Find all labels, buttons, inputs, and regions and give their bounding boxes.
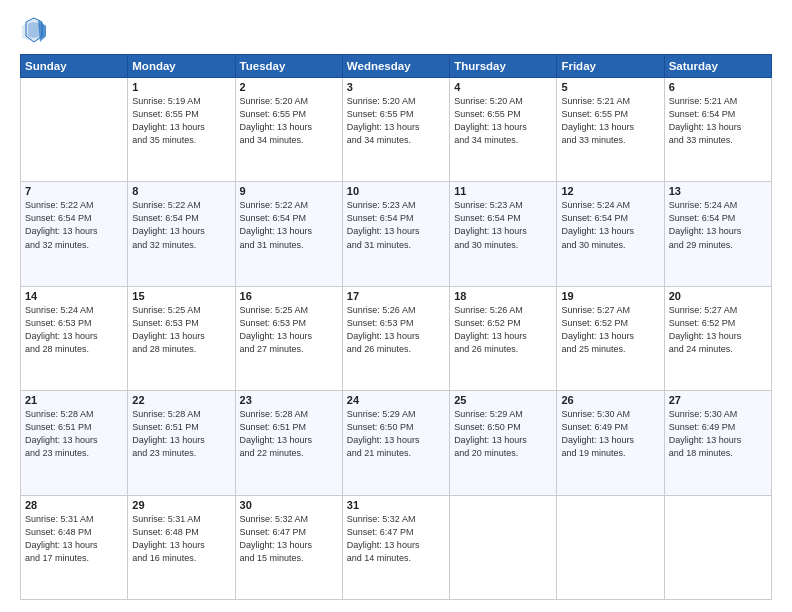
- calendar-cell: [450, 495, 557, 599]
- calendar-cell: 5Sunrise: 5:21 AM Sunset: 6:55 PM Daylig…: [557, 78, 664, 182]
- cell-info: Sunrise: 5:20 AM Sunset: 6:55 PM Dayligh…: [454, 95, 552, 147]
- calendar-cell: 18Sunrise: 5:26 AM Sunset: 6:52 PM Dayli…: [450, 286, 557, 390]
- cell-day-number: 29: [132, 499, 230, 511]
- cell-info: Sunrise: 5:32 AM Sunset: 6:47 PM Dayligh…: [347, 513, 445, 565]
- calendar-header-wednesday: Wednesday: [342, 55, 449, 78]
- calendar-header-saturday: Saturday: [664, 55, 771, 78]
- calendar-cell: 29Sunrise: 5:31 AM Sunset: 6:48 PM Dayli…: [128, 495, 235, 599]
- logo: [20, 16, 52, 44]
- cell-info: Sunrise: 5:27 AM Sunset: 6:52 PM Dayligh…: [669, 304, 767, 356]
- cell-info: Sunrise: 5:24 AM Sunset: 6:54 PM Dayligh…: [561, 199, 659, 251]
- calendar-header-thursday: Thursday: [450, 55, 557, 78]
- calendar-cell: [557, 495, 664, 599]
- cell-day-number: 8: [132, 185, 230, 197]
- calendar-cell: 22Sunrise: 5:28 AM Sunset: 6:51 PM Dayli…: [128, 391, 235, 495]
- cell-day-number: 23: [240, 394, 338, 406]
- logo-icon: [20, 16, 48, 44]
- cell-day-number: 15: [132, 290, 230, 302]
- cell-day-number: 17: [347, 290, 445, 302]
- cell-info: Sunrise: 5:29 AM Sunset: 6:50 PM Dayligh…: [454, 408, 552, 460]
- cell-day-number: 26: [561, 394, 659, 406]
- cell-day-number: 6: [669, 81, 767, 93]
- calendar-week-3: 14Sunrise: 5:24 AM Sunset: 6:53 PM Dayli…: [21, 286, 772, 390]
- cell-info: Sunrise: 5:22 AM Sunset: 6:54 PM Dayligh…: [25, 199, 123, 251]
- cell-info: Sunrise: 5:28 AM Sunset: 6:51 PM Dayligh…: [240, 408, 338, 460]
- cell-day-number: 1: [132, 81, 230, 93]
- cell-info: Sunrise: 5:21 AM Sunset: 6:54 PM Dayligh…: [669, 95, 767, 147]
- calendar-cell: 21Sunrise: 5:28 AM Sunset: 6:51 PM Dayli…: [21, 391, 128, 495]
- calendar-header-row: SundayMondayTuesdayWednesdayThursdayFrid…: [21, 55, 772, 78]
- calendar-table: SundayMondayTuesdayWednesdayThursdayFrid…: [20, 54, 772, 600]
- calendar-cell: 3Sunrise: 5:20 AM Sunset: 6:55 PM Daylig…: [342, 78, 449, 182]
- cell-day-number: 9: [240, 185, 338, 197]
- cell-day-number: 2: [240, 81, 338, 93]
- cell-day-number: 25: [454, 394, 552, 406]
- calendar-cell: 13Sunrise: 5:24 AM Sunset: 6:54 PM Dayli…: [664, 182, 771, 286]
- cell-day-number: 19: [561, 290, 659, 302]
- calendar-cell: 30Sunrise: 5:32 AM Sunset: 6:47 PM Dayli…: [235, 495, 342, 599]
- cell-info: Sunrise: 5:22 AM Sunset: 6:54 PM Dayligh…: [132, 199, 230, 251]
- calendar-cell: [21, 78, 128, 182]
- cell-info: Sunrise: 5:20 AM Sunset: 6:55 PM Dayligh…: [240, 95, 338, 147]
- cell-info: Sunrise: 5:25 AM Sunset: 6:53 PM Dayligh…: [132, 304, 230, 356]
- calendar-cell: 10Sunrise: 5:23 AM Sunset: 6:54 PM Dayli…: [342, 182, 449, 286]
- cell-info: Sunrise: 5:30 AM Sunset: 6:49 PM Dayligh…: [561, 408, 659, 460]
- calendar-cell: 7Sunrise: 5:22 AM Sunset: 6:54 PM Daylig…: [21, 182, 128, 286]
- page: SundayMondayTuesdayWednesdayThursdayFrid…: [0, 0, 792, 612]
- calendar-week-5: 28Sunrise: 5:31 AM Sunset: 6:48 PM Dayli…: [21, 495, 772, 599]
- calendar-cell: 11Sunrise: 5:23 AM Sunset: 6:54 PM Dayli…: [450, 182, 557, 286]
- cell-info: Sunrise: 5:24 AM Sunset: 6:54 PM Dayligh…: [669, 199, 767, 251]
- cell-day-number: 4: [454, 81, 552, 93]
- calendar-week-1: 1Sunrise: 5:19 AM Sunset: 6:55 PM Daylig…: [21, 78, 772, 182]
- calendar-cell: [664, 495, 771, 599]
- calendar-cell: 2Sunrise: 5:20 AM Sunset: 6:55 PM Daylig…: [235, 78, 342, 182]
- calendar-cell: 20Sunrise: 5:27 AM Sunset: 6:52 PM Dayli…: [664, 286, 771, 390]
- cell-day-number: 10: [347, 185, 445, 197]
- cell-day-number: 16: [240, 290, 338, 302]
- calendar-week-4: 21Sunrise: 5:28 AM Sunset: 6:51 PM Dayli…: [21, 391, 772, 495]
- calendar-cell: 1Sunrise: 5:19 AM Sunset: 6:55 PM Daylig…: [128, 78, 235, 182]
- calendar-cell: 19Sunrise: 5:27 AM Sunset: 6:52 PM Dayli…: [557, 286, 664, 390]
- cell-info: Sunrise: 5:20 AM Sunset: 6:55 PM Dayligh…: [347, 95, 445, 147]
- cell-day-number: 12: [561, 185, 659, 197]
- calendar-header-tuesday: Tuesday: [235, 55, 342, 78]
- cell-info: Sunrise: 5:30 AM Sunset: 6:49 PM Dayligh…: [669, 408, 767, 460]
- cell-info: Sunrise: 5:25 AM Sunset: 6:53 PM Dayligh…: [240, 304, 338, 356]
- calendar-cell: 23Sunrise: 5:28 AM Sunset: 6:51 PM Dayli…: [235, 391, 342, 495]
- calendar-cell: 15Sunrise: 5:25 AM Sunset: 6:53 PM Dayli…: [128, 286, 235, 390]
- calendar-cell: 27Sunrise: 5:30 AM Sunset: 6:49 PM Dayli…: [664, 391, 771, 495]
- calendar-cell: 14Sunrise: 5:24 AM Sunset: 6:53 PM Dayli…: [21, 286, 128, 390]
- cell-day-number: 11: [454, 185, 552, 197]
- cell-day-number: 18: [454, 290, 552, 302]
- calendar-header-sunday: Sunday: [21, 55, 128, 78]
- cell-info: Sunrise: 5:19 AM Sunset: 6:55 PM Dayligh…: [132, 95, 230, 147]
- cell-info: Sunrise: 5:21 AM Sunset: 6:55 PM Dayligh…: [561, 95, 659, 147]
- cell-info: Sunrise: 5:28 AM Sunset: 6:51 PM Dayligh…: [132, 408, 230, 460]
- cell-info: Sunrise: 5:24 AM Sunset: 6:53 PM Dayligh…: [25, 304, 123, 356]
- cell-day-number: 20: [669, 290, 767, 302]
- calendar-cell: 6Sunrise: 5:21 AM Sunset: 6:54 PM Daylig…: [664, 78, 771, 182]
- cell-day-number: 28: [25, 499, 123, 511]
- calendar-cell: 4Sunrise: 5:20 AM Sunset: 6:55 PM Daylig…: [450, 78, 557, 182]
- calendar-week-2: 7Sunrise: 5:22 AM Sunset: 6:54 PM Daylig…: [21, 182, 772, 286]
- calendar-header-friday: Friday: [557, 55, 664, 78]
- cell-info: Sunrise: 5:31 AM Sunset: 6:48 PM Dayligh…: [132, 513, 230, 565]
- cell-info: Sunrise: 5:27 AM Sunset: 6:52 PM Dayligh…: [561, 304, 659, 356]
- cell-info: Sunrise: 5:23 AM Sunset: 6:54 PM Dayligh…: [454, 199, 552, 251]
- cell-day-number: 24: [347, 394, 445, 406]
- calendar-cell: 26Sunrise: 5:30 AM Sunset: 6:49 PM Dayli…: [557, 391, 664, 495]
- cell-info: Sunrise: 5:23 AM Sunset: 6:54 PM Dayligh…: [347, 199, 445, 251]
- cell-day-number: 3: [347, 81, 445, 93]
- cell-info: Sunrise: 5:28 AM Sunset: 6:51 PM Dayligh…: [25, 408, 123, 460]
- cell-day-number: 7: [25, 185, 123, 197]
- cell-day-number: 30: [240, 499, 338, 511]
- cell-info: Sunrise: 5:26 AM Sunset: 6:53 PM Dayligh…: [347, 304, 445, 356]
- calendar-cell: 24Sunrise: 5:29 AM Sunset: 6:50 PM Dayli…: [342, 391, 449, 495]
- cell-day-number: 5: [561, 81, 659, 93]
- calendar-header-monday: Monday: [128, 55, 235, 78]
- cell-info: Sunrise: 5:31 AM Sunset: 6:48 PM Dayligh…: [25, 513, 123, 565]
- cell-info: Sunrise: 5:26 AM Sunset: 6:52 PM Dayligh…: [454, 304, 552, 356]
- calendar-cell: 12Sunrise: 5:24 AM Sunset: 6:54 PM Dayli…: [557, 182, 664, 286]
- cell-day-number: 13: [669, 185, 767, 197]
- cell-day-number: 21: [25, 394, 123, 406]
